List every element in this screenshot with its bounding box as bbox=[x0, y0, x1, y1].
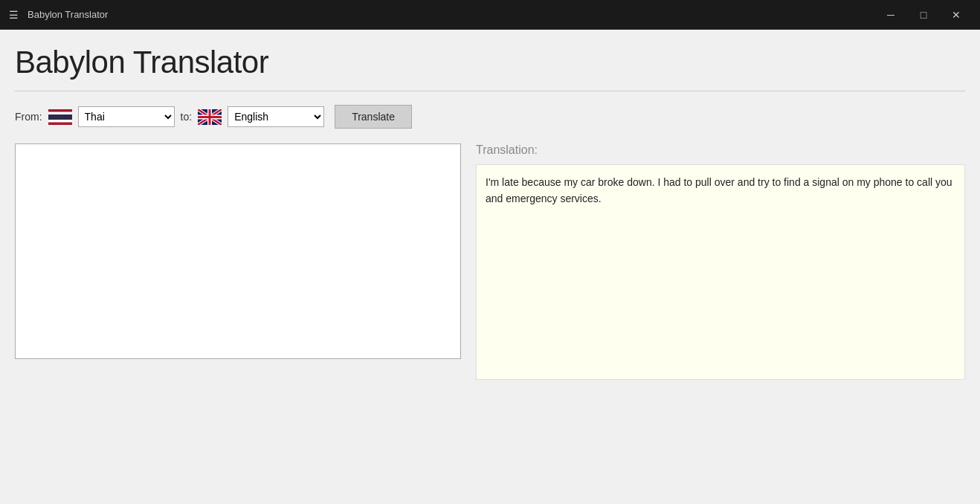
main-content: Babylon Translator From: Thai English Fr… bbox=[0, 30, 980, 504]
to-language-select[interactable]: English Thai French Spanish German Japan… bbox=[228, 106, 324, 127]
menu-icon[interactable]: ☰ bbox=[9, 9, 19, 21]
from-label: From: bbox=[15, 111, 42, 123]
minimize-button[interactable]: ─ bbox=[876, 3, 906, 27]
input-textarea[interactable] bbox=[15, 143, 461, 359]
titlebar: ☰ Babylon Translator ─ □ ✕ bbox=[0, 0, 980, 30]
uk-flag-icon bbox=[198, 109, 222, 125]
output-area: Translation: I'm late because my car bro… bbox=[476, 143, 965, 497]
translation-label: Translation: bbox=[476, 143, 965, 157]
maximize-button[interactable]: □ bbox=[909, 3, 938, 27]
translate-button[interactable]: Translate bbox=[335, 105, 412, 129]
controls-row: From: Thai English French Spanish German… bbox=[15, 105, 965, 129]
close-button[interactable]: ✕ bbox=[941, 3, 971, 27]
titlebar-controls: ─ □ ✕ bbox=[876, 3, 971, 27]
app-title: Babylon Translator bbox=[15, 45, 965, 80]
svg-rect-2 bbox=[48, 114, 72, 120]
svg-rect-11 bbox=[198, 116, 222, 118]
thai-flag-icon bbox=[48, 109, 72, 125]
from-language-select[interactable]: Thai English French Spanish German Japan… bbox=[78, 106, 175, 127]
translation-output: I'm late because my car broke down. I ha… bbox=[476, 164, 965, 380]
input-area bbox=[15, 143, 461, 497]
divider bbox=[15, 91, 965, 91]
to-label: to: bbox=[181, 111, 193, 123]
content-area: Translation: I'm late because my car bro… bbox=[15, 143, 965, 497]
titlebar-title: Babylon Translator bbox=[28, 9, 867, 20]
